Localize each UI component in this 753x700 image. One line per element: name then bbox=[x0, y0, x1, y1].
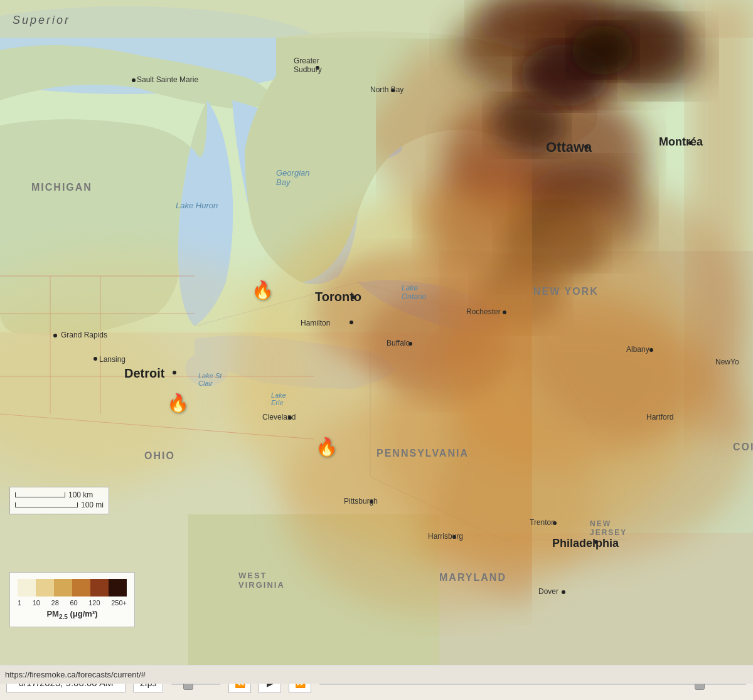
scale-bar: 100 km 100 mi bbox=[9, 487, 109, 514]
dot-toronto bbox=[351, 295, 355, 299]
legend-color-1 bbox=[18, 579, 36, 597]
legend-tick-1: 1 bbox=[18, 599, 21, 607]
legend-tick-4: 60 bbox=[70, 599, 77, 607]
fire-icon-1: 🔥 bbox=[252, 280, 274, 300]
legend-tick-3: 28 bbox=[51, 599, 59, 607]
dot-ottawa bbox=[584, 145, 588, 149]
fire-icon-3: 🔥 bbox=[316, 437, 338, 457]
dot-albany bbox=[649, 348, 653, 352]
legend-color-4 bbox=[72, 579, 90, 597]
legend-color-5 bbox=[90, 579, 109, 597]
legend-tick-2: 10 bbox=[33, 599, 40, 607]
legend-color-3 bbox=[54, 579, 72, 597]
dot-montreal bbox=[688, 141, 692, 145]
legend-color-bar bbox=[18, 579, 127, 597]
dot-rochester bbox=[503, 310, 506, 314]
dot-cleveland bbox=[288, 416, 292, 420]
dot-harrisburg bbox=[452, 535, 456, 539]
dot-north-bay bbox=[391, 88, 395, 92]
legend-tick-6: 250+ bbox=[111, 599, 127, 607]
dot-trenton bbox=[553, 521, 557, 525]
dot-dover bbox=[562, 590, 565, 594]
svg-rect-6 bbox=[0, 0, 753, 38]
legend-tick-5: 120 bbox=[88, 599, 100, 607]
map-container: Sault Sainte Marie GreaterSudbury North … bbox=[0, 0, 753, 665]
dot-grand-rapids bbox=[53, 334, 57, 337]
scale-km-label: 100 km bbox=[68, 491, 93, 499]
dot-buffalo bbox=[409, 342, 412, 346]
svg-rect-5 bbox=[188, 514, 439, 665]
dot-hamilton bbox=[350, 321, 353, 324]
dot-philadelphia bbox=[594, 540, 598, 544]
legend-color-2 bbox=[36, 579, 54, 597]
scale-mi-label: 100 mi bbox=[81, 501, 104, 509]
fire-icon-2: 🔥 bbox=[167, 393, 189, 413]
svg-rect-4 bbox=[439, 533, 753, 665]
scale-km-line bbox=[15, 492, 65, 497]
legend: 1 10 28 60 120 250+ PM2.5 (μg/m³) bbox=[9, 572, 135, 627]
legend-title: PM2.5 (μg/m³) bbox=[18, 609, 127, 620]
scale-mi-line bbox=[15, 502, 78, 507]
status-url: https://firesmoke.ca/forecasts/current/# bbox=[5, 670, 146, 679]
dot-pittsburgh bbox=[370, 500, 373, 504]
dot-greater-sudbury bbox=[316, 66, 319, 70]
legend-color-6 bbox=[109, 579, 127, 597]
dot-sault-sainte-marie bbox=[132, 78, 136, 82]
dot-detroit bbox=[173, 371, 176, 374]
dot-lansing bbox=[93, 357, 97, 361]
legend-ticks: 1 10 28 60 120 250+ bbox=[18, 599, 127, 607]
